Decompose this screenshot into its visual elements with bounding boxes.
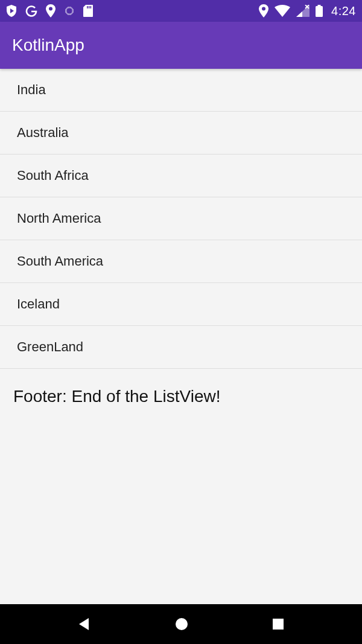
list-item-label: Iceland xyxy=(17,296,60,311)
svg-rect-2 xyxy=(89,6,90,8)
svg-rect-1 xyxy=(87,6,88,8)
back-button[interactable] xyxy=(77,616,92,632)
shield-play-icon xyxy=(6,5,17,17)
list-footer-text: Footer: End of the ListView! xyxy=(13,387,220,406)
navigation-bar xyxy=(0,604,362,644)
list-item[interactable]: Iceland xyxy=(0,283,362,326)
sd-card-icon xyxy=(83,5,93,17)
list-item-label: South Africa xyxy=(17,168,89,183)
list-item[interactable]: South Africa xyxy=(0,155,362,197)
status-bar: 4:24 xyxy=(0,0,362,22)
home-button[interactable] xyxy=(174,616,189,632)
list-footer: Footer: End of the ListView! xyxy=(0,369,362,424)
list-item-label: South America xyxy=(17,253,103,269)
list-item-label: Australia xyxy=(17,125,69,140)
list-item[interactable]: South America xyxy=(0,240,362,283)
list-item[interactable]: North America xyxy=(0,197,362,240)
location-active-icon xyxy=(259,4,268,18)
list-item-label: GreenLand xyxy=(17,339,83,354)
list-item[interactable]: Australia xyxy=(0,112,362,155)
app-bar: KotlinApp xyxy=(0,22,362,69)
location-pin-icon xyxy=(46,4,56,18)
list-item-label: North America xyxy=(17,211,101,226)
list-view[interactable]: India Australia South Africa North Ameri… xyxy=(0,69,362,424)
app-title: KotlinApp xyxy=(12,36,84,55)
status-bar-left xyxy=(6,4,93,18)
list-item-label: India xyxy=(17,82,46,97)
cellular-signal-icon xyxy=(296,5,310,17)
wifi-icon xyxy=(275,5,290,17)
svg-rect-10 xyxy=(273,619,284,630)
svg-rect-8 xyxy=(316,6,323,17)
list-item[interactable]: India xyxy=(0,69,362,112)
svg-point-9 xyxy=(176,618,188,630)
list-item[interactable]: GreenLand xyxy=(0,326,362,369)
svg-rect-3 xyxy=(91,6,92,8)
status-bar-clock: 4:24 xyxy=(331,4,356,18)
processing-ring-icon xyxy=(64,5,75,16)
recent-apps-button[interactable] xyxy=(271,617,285,631)
battery-icon xyxy=(316,5,323,17)
g-icon xyxy=(25,5,37,17)
svg-rect-7 xyxy=(318,5,321,6)
status-bar-right: 4:24 xyxy=(259,4,356,18)
svg-point-0 xyxy=(49,7,52,11)
svg-point-4 xyxy=(262,7,265,11)
